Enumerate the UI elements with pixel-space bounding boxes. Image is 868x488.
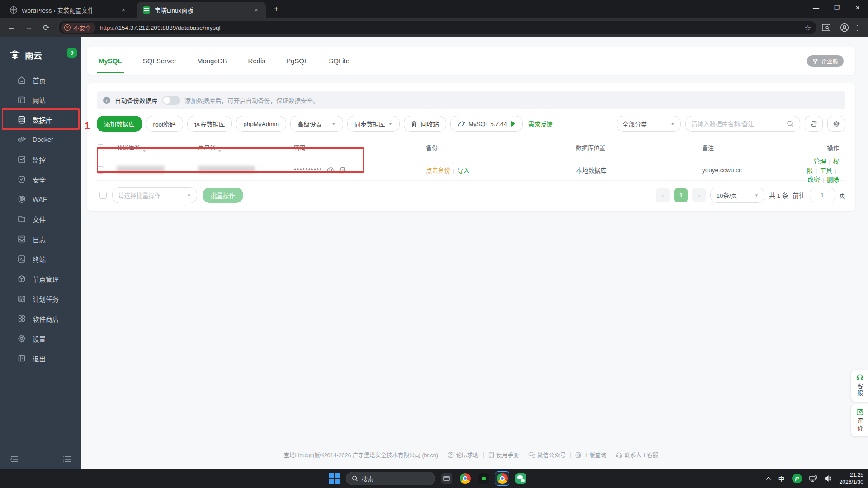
sidebar-item-waf[interactable]: WAF [0,189,81,209]
sidebar-item-monitor[interactable]: 监控 [0,150,81,169]
taskbar-search[interactable]: 搜索 [346,472,435,485]
browser-tab-wordpress[interactable]: WordPress › 安装配置文件 × [4,2,133,18]
remote-database-button[interactable]: 远程数据库 [187,116,232,132]
tab-pgsql[interactable]: PgSQL [286,47,308,75]
tab-redis[interactable]: Redis [248,47,265,75]
forum-help-link[interactable]: 论坛求助 [448,450,479,459]
sidebar-item-home[interactable]: 首页 [0,70,81,90]
copy-password-icon[interactable] [339,167,345,174]
forward-button[interactable]: → [22,20,36,35]
profile-avatar-icon[interactable] [840,23,849,32]
tab-mysql[interactable]: MySQL [99,47,122,75]
sidebar-item-settings[interactable]: 设置 [0,328,81,348]
human-support-link[interactable]: 联系人工客服 [616,450,658,459]
window-close-button[interactable]: ✕ [847,0,868,15]
support-widget[interactable]: 客服 [851,370,868,402]
advanced-settings-button[interactable]: 高级设置 ▼ [290,116,343,132]
root-password-button[interactable]: root密码 [146,116,183,132]
current-page-button[interactable]: 1 [674,188,688,202]
sidebar-item-terminal[interactable]: 终端 [0,249,81,269]
taskbar-app-dev[interactable] [476,471,491,486]
collapse-sidebar-icon[interactable] [10,455,19,463]
category-select[interactable]: 全部分类 ▼ [617,116,681,132]
search-button[interactable] [780,116,800,132]
auto-backup-toggle[interactable] [162,96,180,105]
batch-operation-button[interactable]: 批量操作 [203,188,243,203]
add-database-button[interactable]: 添加数据库 [97,116,142,132]
wechat-official-link[interactable]: 微信公众号 [528,450,566,459]
manage-link[interactable]: 管理 [814,158,826,165]
col-database-name[interactable]: 数据库名 [117,143,198,152]
change-password-link[interactable]: 改密 [807,176,820,183]
next-page-button[interactable]: › [692,188,706,202]
new-tab-button[interactable]: + [270,4,282,15]
browser-menu-icon[interactable]: ⋮ [854,23,861,32]
show-password-eye-icon[interactable] [327,167,335,173]
goto-page-input[interactable] [810,188,835,202]
search-input[interactable] [686,121,780,127]
refresh-button[interactable] [805,116,823,132]
prev-page-button[interactable]: ‹ [656,188,670,202]
taskbar-clock[interactable]: 21:25 2026/1/30 [840,471,863,486]
window-minimize-button[interactable]: — [806,0,826,15]
start-button[interactable] [327,471,342,486]
table-settings-button[interactable] [827,116,845,132]
batch-select-all-checkbox[interactable] [99,192,107,199]
sort-icon[interactable] [218,147,222,152]
browser-tab-btpanel[interactable]: 宝塔Linux面板 × [137,2,266,18]
tab-sqlite[interactable]: SQLite [329,47,349,75]
address-bar[interactable]: ✕ 不安全 https://154.37.212.209:8889/databa… [59,21,816,34]
ime-indicator[interactable]: 中 [778,474,785,483]
manual-link[interactable]: 使用手册 [488,450,519,459]
window-restore-button[interactable]: ❐ [826,0,847,15]
genuine-check-link[interactable]: 正版查询 [575,450,606,459]
recycle-bin-button[interactable]: 回收站 [404,116,446,132]
mysql-version-button[interactable]: MySQL 5.7.44 [450,116,523,132]
taskbar-app-wechat[interactable] [514,471,528,486]
tab-close-icon[interactable]: × [252,6,260,14]
sidebar-item-logout[interactable]: 退出 [0,348,81,368]
import-link[interactable]: 导入 [458,167,470,174]
sidebar-item-sites[interactable]: 网站 [0,90,81,110]
sidebar-item-database[interactable]: 数据库 [0,110,81,130]
network-icon[interactable] [809,475,817,482]
tray-chevron-up-icon[interactable] [765,477,771,480]
tab-mongodb[interactable]: MongoDB [197,47,227,75]
menu-list-icon[interactable] [62,455,71,463]
sort-icon[interactable] [142,147,146,152]
sidebar-item-security[interactable]: 安全 [0,169,81,189]
message-count-badge[interactable]: 0 [67,48,77,58]
sidebar-item-appstore[interactable]: 软件商店 [0,309,81,328]
review-widget[interactable]: 评价 [851,404,868,436]
enterprise-badge[interactable]: 企业版 [807,55,844,67]
sidebar-item-logs[interactable]: 日志 [0,229,81,249]
volume-icon[interactable] [825,475,832,482]
taskbar-app-active-browser[interactable] [495,471,509,486]
chevron-down-icon[interactable]: ▼ [331,122,336,126]
feedback-link[interactable]: 需求反馈 [528,119,553,128]
tab-close-icon[interactable]: × [119,6,127,14]
sidebar-item-files[interactable]: 文件 [0,209,81,229]
bookmark-star-icon[interactable]: ☆ [801,23,815,32]
taskbar-app-chrome[interactable] [458,471,472,486]
side-panel-search-icon[interactable] [822,24,830,32]
note-cell[interactable]: youye.ccwu.cc [702,167,806,174]
select-all-checkbox[interactable] [97,144,104,151]
sidebar-item-nodes[interactable]: 节点管理 [0,269,81,289]
sidebar-item-docker[interactable]: Docker [0,130,81,150]
delete-link[interactable]: 删除 [827,176,839,183]
sync-database-button[interactable]: 同步数据库 ▼ [347,116,400,132]
sidebar-item-cron[interactable]: 计划任务 [0,289,81,309]
back-button[interactable]: ← [5,20,19,35]
row-checkbox[interactable] [97,166,104,174]
tab-sqlserver[interactable]: SQLServer [143,47,176,75]
reload-button[interactable]: ⟳ [39,20,53,35]
taskbar-app-explorer[interactable] [439,471,454,486]
per-page-select[interactable]: 10条/页 ▼ [710,188,764,203]
phpmyadmin-button[interactable]: phpMyAdmin [236,116,286,132]
backup-now-link[interactable]: 点击备份 [426,167,450,174]
batch-operation-select[interactable]: 请选择批量操作 ▼ [112,187,197,203]
col-username[interactable]: 用户名 [198,143,294,152]
security-chip[interactable]: ✕ 不安全 [61,23,95,33]
tray-app-icon[interactable]: P [792,474,802,483]
